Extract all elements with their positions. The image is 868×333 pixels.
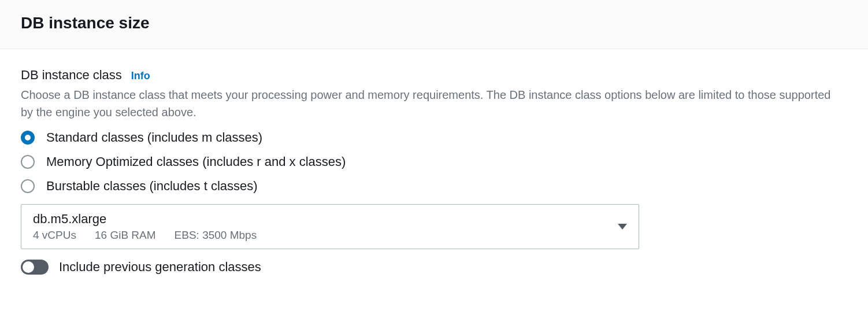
toggle-knob-icon: [23, 261, 34, 273]
radio-group: Standard classes (includes m classes) Me…: [21, 130, 847, 194]
chevron-down-icon: [618, 224, 627, 230]
radio-memory[interactable]: Memory Optimized classes (includes r and…: [21, 154, 847, 169]
instance-class-select[interactable]: db.m5.xlarge 4 vCPUs 16 GiB RAM EBS: 350…: [21, 204, 639, 249]
toggle-row: Include previous generation classes: [21, 260, 847, 275]
select-text: db.m5.xlarge 4 vCPUs 16 GiB RAM EBS: 350…: [33, 212, 257, 242]
select-ram: 16 GiB RAM: [95, 229, 156, 242]
radio-label-burstable: Burstable classes (includes t classes): [46, 179, 258, 194]
panel-title: DB instance size: [21, 14, 847, 32]
radio-label-memory: Memory Optimized classes (includes r and…: [46, 154, 346, 169]
previous-gen-toggle[interactable]: [21, 260, 49, 275]
select-vcpu: 4 vCPUs: [33, 229, 76, 242]
toggle-label: Include previous generation classes: [59, 260, 261, 275]
field-description: Choose a DB instance class that meets yo…: [21, 86, 841, 121]
radio-burstable[interactable]: Burstable classes (includes t classes): [21, 179, 847, 194]
radio-icon: [21, 131, 35, 145]
field-label-row: DB instance class Info: [21, 68, 847, 83]
select-ebs: EBS: 3500 Mbps: [175, 229, 257, 242]
panel-header: DB instance size: [0, 0, 868, 49]
radio-standard[interactable]: Standard classes (includes m classes): [21, 130, 847, 145]
info-link[interactable]: Info: [131, 70, 150, 82]
radio-icon: [21, 155, 35, 169]
radio-icon: [21, 179, 35, 193]
select-main-value: db.m5.xlarge: [33, 212, 257, 227]
field-label: DB instance class: [21, 68, 122, 83]
panel-body: DB instance class Info Choose a DB insta…: [0, 49, 868, 288]
radio-label-standard: Standard classes (includes m classes): [46, 130, 262, 145]
select-sub-row: 4 vCPUs 16 GiB RAM EBS: 3500 Mbps: [33, 229, 257, 242]
